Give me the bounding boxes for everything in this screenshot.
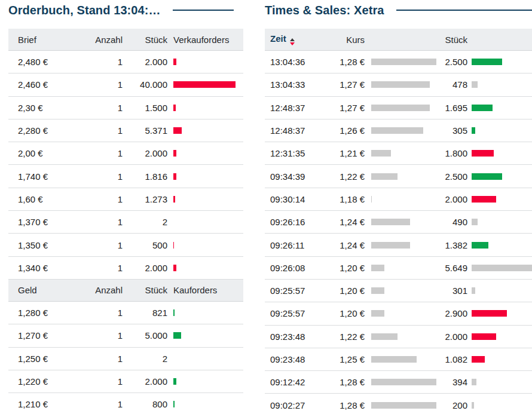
price-cell: 1,20 €	[324, 308, 365, 318]
price-bar-cell	[365, 265, 438, 271]
price-cell: 1,24 €	[324, 240, 365, 250]
trade-volume-bar	[472, 219, 478, 225]
size-cell: 2	[123, 217, 167, 227]
price-cell: 2,00 €	[18, 148, 87, 158]
sort-arrows-icon[interactable]	[290, 38, 295, 45]
orderbook-row: 1,740 €11.816	[8, 165, 243, 188]
orderbook-header: Orderbuch, Stand 13:04:…	[8, 0, 243, 20]
orders-volume-bar	[173, 378, 176, 385]
size-cell: 1.500	[123, 103, 167, 113]
time-cell: 09:23:48	[270, 332, 324, 342]
size-cell: 1.695	[438, 103, 467, 113]
size-cell: 301	[438, 286, 467, 296]
price-cell: 1,24 €	[324, 217, 365, 227]
size-cell: 490	[438, 217, 467, 227]
orders-volume-bar	[173, 265, 176, 271]
price-cell: 2,460 €	[18, 79, 87, 90]
count-cell: 1	[87, 354, 123, 364]
orderbook-row: 2,480 €12.000	[8, 51, 243, 73]
price-level-bar	[371, 287, 384, 294]
orderbook-row: 1,220 €12.000	[8, 370, 243, 393]
bid-rows: 1,280 €18211,270 €15.0001,250 €121,220 €…	[8, 302, 243, 414]
price-cell: 1,27 €	[324, 79, 365, 90]
orders-volume-bar	[173, 332, 181, 339]
trade-row: 12:48:371,26 €305	[265, 119, 532, 142]
count-cell: 1	[87, 263, 123, 273]
size-bar-cell	[467, 265, 532, 271]
trade-volume-bar	[472, 150, 494, 157]
count-cell: 1	[87, 217, 123, 227]
orders-bar-cell	[167, 242, 243, 249]
trade-volume-bar	[472, 242, 488, 249]
price-cell: 1,60 €	[18, 194, 87, 204]
time-sort-header[interactable]: Zeit	[270, 33, 324, 45]
trade-volume-bar	[472, 356, 485, 363]
count-cell: 1	[87, 171, 123, 182]
price-level-bar	[371, 150, 391, 157]
orders-bar-cell	[167, 81, 243, 88]
orders-bar-cell	[167, 173, 243, 180]
orders-volume-bar	[173, 105, 176, 111]
size-cell: 2.500	[438, 171, 467, 182]
trade-row: 09:30:141,18 €2.000	[265, 188, 532, 211]
time-cell: 09:25:57	[270, 286, 324, 296]
ask-orders-header: Verkauforders	[167, 35, 243, 45]
ask-price-header: Brief	[18, 35, 87, 45]
time-cell: 13:04:33	[270, 79, 324, 90]
time-cell: 09:26:16	[270, 217, 324, 227]
trade-row: 09:02:271,28 €200	[265, 394, 532, 414]
bid-price-header: Geld	[18, 285, 87, 295]
price-bar-cell	[365, 173, 438, 180]
price-level-bar	[371, 196, 372, 203]
time-cell: 12:31:35	[270, 148, 324, 158]
price-cell: 1,26 €	[324, 125, 365, 136]
time-cell: 09:25:57	[270, 308, 324, 318]
count-cell: 1	[87, 194, 123, 204]
count-cell: 1	[87, 103, 123, 113]
size-cell: 2.900	[438, 308, 467, 318]
price-level-bar	[371, 402, 436, 409]
price-cell: 1,28 €	[324, 400, 365, 410]
price-bar-cell	[365, 105, 438, 111]
orders-volume-bar	[173, 242, 174, 249]
price-cell: 1,21 €	[324, 148, 365, 158]
size-bar-cell	[467, 333, 532, 340]
count-cell: 1	[87, 376, 123, 387]
orderbook-row: 1,280 €1821	[8, 302, 243, 324]
time-cell: 09:02:27	[270, 400, 324, 410]
times-sales-rows: 13:04:361,28 €2.50013:04:331,27 €47812:4…	[265, 51, 532, 414]
orders-bar-cell	[167, 378, 243, 385]
trade-row: 13:04:331,27 €478	[265, 73, 532, 96]
price-header: Kurs	[324, 35, 365, 45]
price-cell: 1,210 €	[18, 399, 87, 409]
orders-volume-bar	[173, 173, 176, 180]
times-sales-header: Times & Sales: Xetra	[265, 0, 532, 20]
orderbook-row: 1,60 €11.273	[8, 188, 243, 211]
price-level-bar	[371, 81, 430, 88]
price-cell: 1,370 €	[18, 217, 87, 227]
orders-bar-cell	[167, 332, 243, 339]
times-sales-header-row: Zeit Kurs Stück	[265, 29, 532, 51]
trade-row: 12:31:351,21 €1.800	[265, 142, 532, 165]
size-cell: 2.000	[438, 194, 467, 204]
time-cell: 09:23:48	[270, 354, 324, 364]
size-bar-cell	[467, 196, 532, 203]
trade-row: 09:25:571,20 €301	[265, 280, 532, 302]
price-level-bar	[371, 59, 436, 65]
price-bar-cell	[365, 356, 438, 363]
orders-bar-cell	[167, 401, 243, 407]
price-bar-cell	[365, 379, 438, 385]
trade-volume-bar	[472, 379, 476, 385]
time-cell: 09:26:08	[270, 263, 324, 273]
times-sales-title: Times & Sales: Xetra	[265, 4, 384, 17]
trade-volume-bar	[472, 333, 496, 340]
orders-bar-cell	[167, 105, 243, 111]
size-cell: 1.816	[123, 171, 167, 182]
price-bar-cell	[365, 333, 438, 340]
price-cell: 1,22 €	[324, 332, 365, 342]
size-bar-cell	[467, 379, 532, 385]
count-cell: 1	[87, 125, 123, 136]
ask-header-row: Brief Anzahl Stück Verkauforders	[8, 29, 243, 51]
price-level-bar	[371, 379, 436, 385]
size-bar-cell	[467, 173, 532, 180]
